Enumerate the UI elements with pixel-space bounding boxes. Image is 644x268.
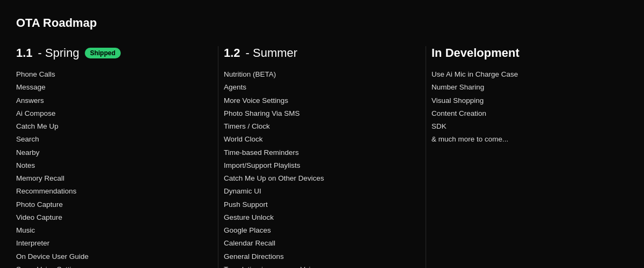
list-item: Notes	[16, 160, 202, 172]
list-item: Catch Me Up on Other Devices	[224, 173, 409, 184]
list-item: Phone Calls	[16, 69, 202, 80]
divider-1	[218, 46, 218, 268]
list-item: Nutrition (BETA)	[224, 69, 409, 80]
columns-wrapper: 1.1 - Spring Shipped Phone CallsMessageA…	[16, 46, 628, 268]
list-item: Ai Compose	[16, 108, 202, 120]
list-item: Nearby	[16, 147, 202, 159]
column-v1-1: 1.1 - Spring Shipped Phone CallsMessageA…	[16, 46, 213, 268]
list-item: & much more to come...	[431, 133, 617, 145]
feature-list-v1-2: Nutrition (BETA)AgentsMore Voice Setting…	[224, 69, 409, 268]
list-item: Dynamic UI	[224, 185, 409, 197]
list-item: Use Ai Mic in Charge Case	[431, 69, 617, 80]
list-item: Search	[16, 133, 202, 145]
list-item: More Voice Settings	[224, 95, 409, 107]
list-item: Gesture Unlock	[224, 212, 409, 224]
season-label-1: - Spring	[38, 46, 79, 60]
list-item: Interpreter	[16, 237, 202, 249]
list-item: Visual Shopping	[431, 95, 617, 107]
list-item: Recommendations	[16, 185, 202, 197]
list-item: SDK	[431, 121, 617, 132]
divider-2	[426, 46, 426, 268]
version-label-1: 1.1	[16, 46, 33, 60]
version-label-2: 1.2	[224, 46, 240, 60]
list-item: Some Voice Settings	[16, 264, 202, 268]
column-header-v1-2: 1.2 - Summer	[224, 46, 409, 60]
list-item: Memory Recall	[16, 173, 202, 184]
list-item: Content Creation	[431, 108, 617, 120]
list-item: Time-based Reminders	[224, 147, 409, 159]
list-item: Photo Sharing Via SMS	[224, 108, 409, 120]
shipped-badge: Shipped	[85, 48, 121, 58]
column-in-dev: In Development Use Ai Mic in Charge Case…	[431, 46, 628, 146]
list-item: World Clock	[224, 133, 409, 145]
list-item: Calendar Recall	[224, 237, 409, 249]
list-item: General Directions	[224, 251, 409, 263]
page-title: OTA Roadmap	[16, 16, 628, 30]
list-item: Import/Support Playlists	[224, 160, 409, 172]
in-dev-header: In Development	[431, 46, 617, 60]
list-item: Answers	[16, 95, 202, 107]
list-item: Translation in your own Voice	[224, 264, 409, 268]
list-item: On Device User Guide	[16, 251, 202, 263]
feature-list-in-dev: Use Ai Mic in Charge CaseNumber SharingV…	[431, 69, 617, 146]
list-item: Agents	[224, 81, 409, 93]
season-label-2: - Summer	[246, 46, 298, 60]
list-item: Catch Me Up	[16, 121, 202, 132]
list-item: Video Capture	[16, 212, 202, 224]
column-v1-2: 1.2 - Summer Nutrition (BETA)AgentsMore …	[224, 46, 420, 268]
feature-list-v1-1: Phone CallsMessageAnswersAi ComposeCatch…	[16, 69, 202, 268]
list-item: Timers / Clock	[224, 121, 409, 132]
list-item: Google Places	[224, 225, 409, 236]
list-item: Push Support	[224, 199, 409, 211]
column-header-v1-1: 1.1 - Spring Shipped	[16, 46, 202, 60]
list-item: Music	[16, 225, 202, 236]
list-item: Photo Capture	[16, 199, 202, 211]
list-item: Message	[16, 81, 202, 93]
list-item: Number Sharing	[431, 81, 617, 93]
